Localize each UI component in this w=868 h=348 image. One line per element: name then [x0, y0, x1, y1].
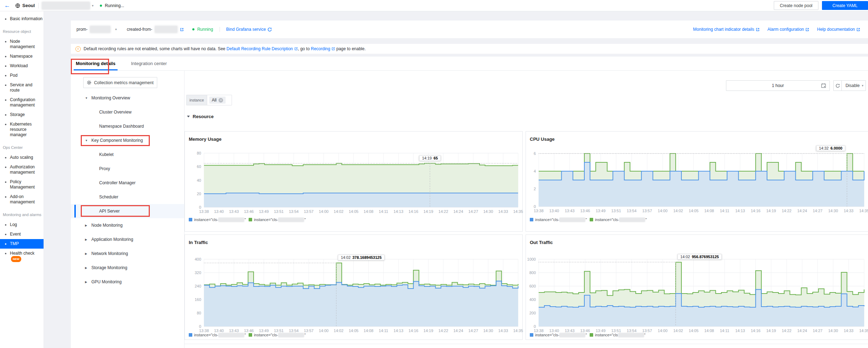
triangle-right-icon[interactable]: ▶ [85, 238, 87, 241]
monitoring-chart-indicator-details-link[interactable]: Monitoring chart indicator details [693, 27, 760, 32]
triangle-down-icon[interactable]: ▼ [85, 139, 88, 142]
chevron-down-icon[interactable]: ▾ [115, 28, 117, 31]
sidebar-item-authorization-management[interactable]: Authorization management [0, 162, 44, 177]
left-sidebar: Basic informationResource objectNode man… [0, 11, 44, 348]
sidebar-item-policy-management[interactable]: Policy Management [0, 177, 44, 192]
svg-text:14:30: 14:30 [483, 329, 493, 333]
triangle-right-icon[interactable]: ▶ [85, 266, 87, 269]
triangle-right-icon[interactable]: ▶ [85, 252, 87, 255]
svg-text:13:46: 13:46 [244, 209, 254, 214]
sidebar-item-add-on-management[interactable]: Add-on management [0, 192, 44, 207]
sidebar-item-log[interactable]: Log [0, 220, 44, 230]
svg-text:14:11: 14:11 [379, 329, 388, 333]
triangle-right-icon[interactable]: ▶ [85, 224, 87, 227]
sidebar-item-event[interactable]: Event [0, 230, 44, 239]
instance-filter[interactable]: instance All × [186, 95, 232, 105]
time-range-picker[interactable]: 1 hour [726, 80, 830, 91]
chevron-down-icon[interactable]: ▾ [92, 4, 93, 7]
tree-item-scheduler[interactable]: Scheduler [71, 190, 184, 204]
sidebar-item-health-check[interactable]: Health checkNEW [0, 249, 44, 264]
auto-refresh-select[interactable]: Disable [845, 83, 860, 88]
legend-swatch [530, 333, 533, 337]
sidebar-item-storage[interactable]: Storage [0, 110, 44, 120]
tree-item-application-monitoring[interactable]: ▶Application Monitoring [71, 232, 184, 246]
tree-item-namespace-dashboard[interactable]: Namespace Dashboard [71, 119, 184, 133]
svg-text:13:51: 13:51 [274, 329, 284, 333]
triangle-down-icon[interactable]: ▼ [85, 97, 88, 100]
create-yaml-button[interactable]: Create YAML [822, 1, 868, 10]
legend-item-green[interactable]: instance="cls-" [590, 218, 649, 222]
sidebar-item-tmp[interactable]: TMP [0, 239, 44, 249]
svg-text:14:24: 14:24 [453, 209, 463, 214]
sidebar-item-configuration-management[interactable]: Configuration management [0, 95, 44, 110]
cluster-status: Running... [105, 3, 124, 8]
back-icon[interactable]: ← [4, 2, 10, 8]
legend-item-green[interactable]: instance="cls" [590, 333, 649, 337]
recording-link[interactable]: Recording [311, 46, 335, 51]
tree-item-proxy[interactable]: Proxy [71, 162, 184, 176]
svg-text:80: 80 [197, 311, 201, 315]
svg-text:13:51: 13:51 [611, 329, 621, 333]
sidebar-item-pod[interactable]: Pod [0, 71, 44, 80]
sidebar-item-namespace[interactable]: Namespace [0, 52, 44, 61]
tab-monitoring-details[interactable]: Monitoring details [76, 57, 115, 70]
sidebar-item-basic-information[interactable]: Basic information [0, 14, 44, 24]
help-documentation-link[interactable]: Help documentation [817, 27, 860, 32]
sidebar-item-auto-scaling[interactable]: Auto scaling [0, 153, 44, 162]
bind-grafana-link[interactable]: Bind Grafana service [226, 27, 272, 32]
tree-item-controller-manager[interactable]: Controller Manager [71, 176, 184, 190]
svg-text:1000: 1000 [527, 257, 536, 261]
collection-metrics-management-button[interactable]: Collection metrics management [83, 77, 157, 88]
chart-legend: instance="cls-"instance="cls" [530, 333, 649, 337]
tree-item-cluster-overview[interactable]: Cluster Overview [71, 105, 184, 119]
sidebar-item-service-and-route[interactable]: Service and route [0, 80, 44, 95]
triangle-down-icon [187, 116, 190, 117]
legend-swatch [189, 333, 192, 337]
svg-text:13:46: 13:46 [580, 209, 590, 213]
svg-text:80: 80 [197, 151, 201, 155]
sidebar-item-workload[interactable]: Workload [0, 61, 44, 71]
redacted-text [618, 333, 644, 337]
resource-section-header[interactable]: Resource [187, 114, 214, 119]
redacted-cluster-name[interactable] [42, 2, 90, 9]
chart-tooltip: 14:326.0000 [816, 145, 845, 151]
tree-item-label: Storage Monitoring [91, 265, 127, 270]
sidebar-item-node-management[interactable]: Node management [0, 37, 44, 52]
chart-title: CPU Usage [530, 137, 555, 142]
legend-label-prefix: instance="cls- [595, 218, 619, 222]
tree-item-label: GPU Monitoring [91, 279, 121, 284]
default-recording-rule-description-link[interactable]: Default Recording Rule Description [227, 46, 298, 51]
region-selector[interactable]: Seoul [15, 3, 35, 8]
tree-item-api-server[interactable]: API Server [71, 204, 184, 218]
tree-item-network-monitoring[interactable]: ▶Network Monitoring [71, 246, 184, 261]
legend-item-blue[interactable]: instance="cls-" [189, 333, 249, 337]
gear-icon [87, 80, 91, 85]
legend-item-green[interactable]: instance="cls-" [249, 333, 308, 337]
legend-item-blue[interactable]: instance="cls-" [530, 333, 590, 337]
legend-item-blue[interactable]: instance="cls-" [530, 218, 590, 222]
tree-item-node-monitoring[interactable]: ▶Node Monitoring [71, 218, 184, 232]
tree-item-storage-monitoring[interactable]: ▶Storage Monitoring [71, 261, 184, 275]
tree-item-key-component-monitoring[interactable]: ▼Key Component Monitoring [71, 133, 184, 147]
chart-plot-memory-usage[interactable]: 02040608013:3813:4013:4313:4613:4913:511… [185, 132, 523, 232]
tree-item-label: Node Monitoring [91, 223, 123, 228]
tree-item-gpu-monitoring[interactable]: ▶GPU Monitoring [71, 275, 184, 289]
legend-item-blue[interactable]: instance="cls-" [189, 218, 249, 222]
chart-plot-out-traffic[interactable]: 0200400600800100013:3813:4013:4313:4613:… [526, 235, 868, 340]
svg-text:14:05: 14:05 [689, 209, 699, 213]
close-icon[interactable]: × [219, 98, 223, 103]
tab-integration-center[interactable]: Integration center [131, 57, 167, 70]
create-node-pool-button[interactable]: Create node pool [774, 1, 818, 10]
legend-item-green[interactable]: instance="cls-" [249, 218, 308, 222]
alarm-configuration-link[interactable]: Alarm configuration [767, 27, 809, 32]
tree-item-monitoring-overview[interactable]: ▼Monitoring Overview [71, 91, 184, 105]
tree-item-kubelet[interactable]: Kubelet [71, 147, 184, 162]
refresh-icon[interactable] [834, 81, 842, 91]
chart-plot-in-traffic[interactable]: 08016024032040013:3813:4013:4313:4613:49… [185, 235, 523, 340]
filter-value-tag[interactable]: All × [209, 97, 226, 104]
legend-label-prefix: instance="cls- [535, 333, 559, 337]
triangle-right-icon[interactable]: ▶ [85, 280, 87, 284]
external-link-icon[interactable] [180, 28, 184, 31]
svg-text:14:11: 14:11 [379, 209, 388, 214]
sidebar-item-kubernetes-resource-manager[interactable]: Kubernetes resource manager [0, 120, 44, 140]
